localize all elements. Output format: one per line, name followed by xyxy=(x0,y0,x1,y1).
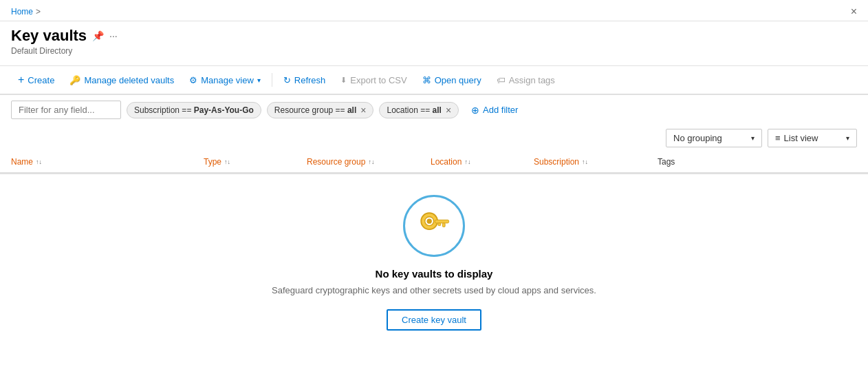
page-title: Key vaults xyxy=(11,27,87,45)
refresh-icon: ↻ xyxy=(283,75,291,85)
type-sort-icon: ↑↓ xyxy=(224,158,230,165)
svg-rect-3 xyxy=(442,222,445,227)
toolbar-divider xyxy=(272,73,272,87)
query-icon: ⌘ xyxy=(422,75,431,85)
list-view-dropdown-arrow: ▾ xyxy=(846,134,849,142)
gear-icon: ⚙ xyxy=(189,75,197,85)
export-csv-button[interactable]: ⬇ Export to CSV xyxy=(334,72,413,89)
filter-input[interactable] xyxy=(11,101,121,119)
rg-filter-close[interactable]: × xyxy=(360,105,366,115)
create-button[interactable]: + Create xyxy=(11,70,61,90)
create-key-vault-button[interactable]: Create key vault xyxy=(387,309,481,331)
tag-icon: 🏷 xyxy=(497,75,506,85)
col-subscription-header[interactable]: Subscription ↑↓ xyxy=(534,157,658,167)
view-controls: No grouping ▾ ≡ List view ▾ xyxy=(0,125,868,152)
open-query-button[interactable]: ⌘ Open query xyxy=(415,72,488,89)
home-link[interactable]: Home xyxy=(11,7,33,17)
subscription-filter-tag: Subscription == Pay-As-You-Go xyxy=(127,102,261,118)
col-name-header[interactable]: Name ↑↓ xyxy=(11,157,204,167)
header-section: Key vaults 📌 ··· Default Directory xyxy=(0,21,868,65)
page-subtitle: Default Directory xyxy=(11,46,857,56)
empty-state: No key vaults to display Safeguard crypt… xyxy=(0,174,868,344)
grouping-dropdown-arrow: ▾ xyxy=(751,134,755,142)
name-sort-icon: ↑↓ xyxy=(36,158,42,165)
export-icon: ⬇ xyxy=(340,76,347,85)
table-header: Name ↑↓ Type ↑↓ Resource group ↑↓ Locati… xyxy=(0,152,868,174)
grouping-dropdown[interactable]: No grouping ▾ xyxy=(666,129,762,147)
location-filter-tag: Location == all × xyxy=(379,102,459,118)
breadcrumb-sep: > xyxy=(36,7,41,17)
refresh-button[interactable]: ↻ Refresh xyxy=(276,72,333,89)
breadcrumb: Home > xyxy=(11,7,41,17)
top-bar: Home > × xyxy=(0,0,868,21)
rg-sort-icon: ↑↓ xyxy=(368,158,374,165)
key-illustration xyxy=(415,207,453,245)
filter-bar: Subscription == Pay-As-You-Go Resource g… xyxy=(0,95,868,125)
close-button[interactable]: × xyxy=(851,6,857,18)
plus-icon: + xyxy=(18,74,24,86)
dropdown-arrow-icon: ▾ xyxy=(257,76,261,84)
location-sort-icon: ↑↓ xyxy=(464,158,470,165)
list-view-icon: ≡ xyxy=(775,133,781,143)
manage-view-button[interactable]: ⚙ Manage view ▾ xyxy=(182,72,268,89)
col-tags-header: Tags xyxy=(658,157,857,167)
key-icon: 🔑 xyxy=(69,75,80,85)
pin-icon[interactable]: 📌 xyxy=(92,30,104,41)
key-icon-circle xyxy=(403,195,465,257)
rg-filter-tag: Resource group == all × xyxy=(267,102,374,118)
plus-filter-icon: ⊕ xyxy=(471,105,479,116)
manage-deleted-button[interactable]: 🔑 Manage deleted vaults xyxy=(63,72,181,89)
svg-rect-4 xyxy=(438,222,441,225)
location-filter-close[interactable]: × xyxy=(446,105,451,115)
title-row: Key vaults 📌 ··· xyxy=(11,27,857,45)
empty-title: No key vaults to display xyxy=(376,268,493,280)
more-options-icon[interactable]: ··· xyxy=(109,30,118,41)
col-type-header[interactable]: Type ↑↓ xyxy=(204,157,307,167)
svg-rect-2 xyxy=(435,220,448,223)
col-rg-header[interactable]: Resource group ↑↓ xyxy=(307,157,431,167)
col-location-header[interactable]: Location ↑↓ xyxy=(431,157,534,167)
list-view-dropdown[interactable]: ≡ List view ▾ xyxy=(768,129,857,147)
assign-tags-button[interactable]: 🏷 Assign tags xyxy=(490,72,562,89)
svg-point-5 xyxy=(426,218,431,223)
subscription-sort-icon: ↑↓ xyxy=(582,158,588,165)
empty-subtitle: Safeguard cryptographic keys and other s… xyxy=(272,285,596,295)
toolbar: + Create 🔑 Manage deleted vaults ⚙ Manag… xyxy=(0,65,868,94)
add-filter-button[interactable]: ⊕ Add filter xyxy=(464,102,525,118)
